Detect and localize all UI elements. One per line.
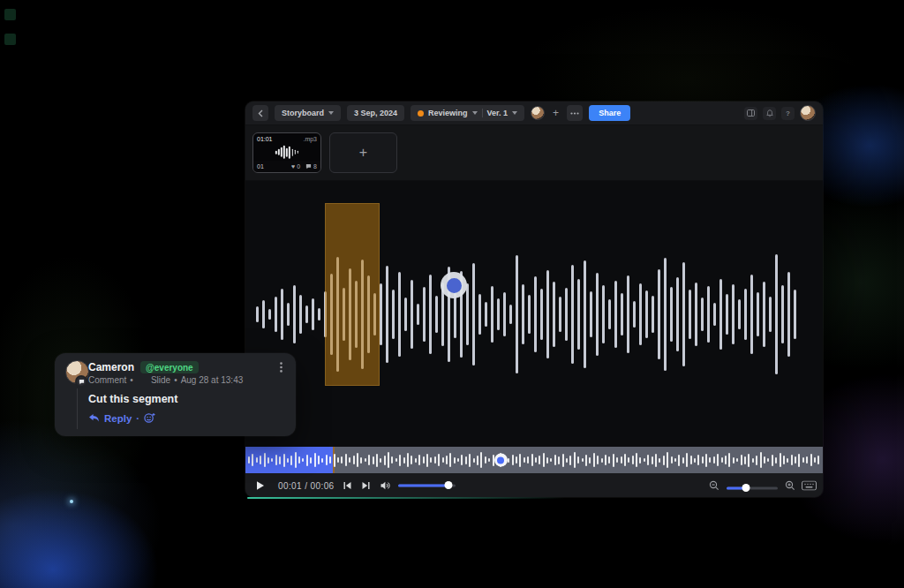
- play-icon: [256, 480, 265, 490]
- help-icon: ?: [786, 109, 790, 117]
- version-dropdown[interactable]: Ver. 1: [487, 109, 508, 117]
- playback-controls: 00:01 / 00:06: [245, 473, 823, 497]
- volume-slider[interactable]: [398, 484, 456, 486]
- panel-toggle-button[interactable]: [744, 107, 757, 120]
- date-button[interactable]: 3 Sep, 2024: [347, 105, 404, 121]
- clip-bottom-row: 01 ♥ 0 8: [253, 161, 320, 172]
- audio-clip-thumbnail[interactable]: 01:01 .mp3 01 ♥ 0: [252, 132, 321, 173]
- comment-menu-button[interactable]: [275, 361, 287, 373]
- storyboard-dropdown[interactable]: Storyboard: [275, 105, 341, 121]
- timeline-playhead[interactable]: [494, 454, 508, 467]
- clip-duration: 01:01: [257, 136, 273, 142]
- comment-kind: Comment: [88, 375, 126, 385]
- chevron-down-icon: [328, 111, 334, 115]
- screen: Storyboard 3 Sep, 2024 Reviewing Ver. 1 …: [0, 0, 904, 588]
- ellipsis-icon: [570, 112, 579, 115]
- clip-strip: 01:01 .mp3 01 ♥ 0: [245, 125, 823, 181]
- likes-stat: ♥ 0: [291, 163, 300, 170]
- comment-actions: Reply ·: [88, 412, 155, 424]
- zoom-out-button[interactable]: [709, 480, 719, 491]
- meta-separator: •: [130, 375, 133, 385]
- chevron-down-icon: [472, 111, 478, 115]
- add-reaction-icon[interactable]: [144, 412, 155, 424]
- date-label: 3 Sep, 2024: [354, 109, 397, 117]
- waveform-canvas[interactable]: [245, 181, 823, 447]
- status-dropdown[interactable]: Reviewing: [428, 109, 468, 117]
- clip-format: .mp3: [303, 136, 317, 142]
- comment-bubble-icon: [305, 163, 312, 170]
- divider: [482, 109, 483, 117]
- comment-timestamp: Aug 28 at 13:43: [181, 375, 244, 385]
- user-avatar[interactable]: [800, 105, 816, 121]
- review-app-window: Storyboard 3 Sep, 2024 Reviewing Ver. 1 …: [245, 102, 823, 497]
- reply-arrow-icon: [88, 413, 100, 423]
- comment-card[interactable]: Cameron @everyone Comment • Slide • Aug …: [55, 353, 296, 436]
- next-frame-button[interactable]: [362, 481, 370, 489]
- waveform-icon: [275, 146, 298, 159]
- notifications-button[interactable]: [763, 107, 776, 120]
- comment-author: Cameron: [88, 361, 134, 373]
- comments-count: 8: [313, 163, 317, 170]
- chevron-down-icon: [512, 111, 517, 115]
- kebab-icon: [280, 362, 282, 373]
- share-button[interactable]: Share: [589, 105, 630, 121]
- storyboard-label: Storyboard: [282, 109, 324, 117]
- bell-icon: [766, 109, 773, 117]
- comment-header: Cameron @everyone: [88, 361, 199, 373]
- plus-icon: +: [359, 145, 367, 161]
- panel-icon: [747, 109, 755, 117]
- comment-target: Slide: [151, 375, 170, 385]
- add-clip-button[interactable]: +: [329, 132, 397, 173]
- skip-back-icon: [343, 481, 351, 489]
- timeline-scrubber[interactable]: [245, 447, 823, 473]
- comments-stat: 8: [305, 163, 317, 170]
- zoom-out-icon: [709, 480, 719, 491]
- help-button[interactable]: ?: [781, 107, 795, 120]
- mention-badge[interactable]: @everyone: [140, 361, 199, 373]
- comment-meta: Comment • Slide • Aug 28 at 13:43: [88, 375, 243, 385]
- timeline-mini-bars: [248, 447, 819, 473]
- zoom-in-button[interactable]: [785, 480, 795, 491]
- chevron-left-icon: [258, 109, 264, 117]
- decorative-square: [4, 34, 16, 45]
- action-separator: ·: [136, 413, 139, 424]
- previous-frame-button[interactable]: [343, 481, 351, 489]
- more-options-button[interactable]: [567, 105, 583, 121]
- thread-line: [77, 388, 78, 429]
- waveform-playhead[interactable]: [441, 272, 467, 298]
- comment-text: Cut this segment: [88, 393, 177, 405]
- skip-forward-icon: [362, 481, 370, 489]
- zoom-in-icon: [785, 480, 795, 491]
- heart-icon: ♥: [291, 163, 295, 170]
- back-button[interactable]: [252, 105, 268, 121]
- collaborator-avatar[interactable]: [531, 106, 545, 120]
- speaker-icon: [380, 481, 391, 490]
- clip-stats: ♥ 0 8: [291, 163, 317, 170]
- toolbar-right: ?: [744, 105, 816, 121]
- time-display: 00:01 / 00:06: [278, 480, 335, 490]
- sparkle-dot: [70, 500, 73, 503]
- decorative-square: [4, 9, 16, 20]
- comment-bubble-icon: [79, 379, 85, 385]
- comment-segment-highlight[interactable]: [325, 203, 380, 386]
- keyboard-icon: [802, 480, 817, 490]
- comment-type-badge: [75, 375, 87, 388]
- toolbar: Storyboard 3 Sep, 2024 Reviewing Ver. 1 …: [245, 102, 823, 125]
- likes-count: 0: [297, 163, 300, 170]
- play-button[interactable]: [256, 480, 265, 490]
- volume-button[interactable]: [380, 481, 391, 490]
- status-dot: [418, 110, 424, 117]
- keyboard-shortcuts-button[interactable]: [802, 480, 817, 490]
- clip-top-row: 01:01 .mp3: [257, 136, 317, 142]
- reply-button[interactable]: Reply: [104, 413, 132, 424]
- zoom-slider[interactable]: [727, 486, 778, 489]
- clip-index: 01: [257, 163, 264, 170]
- add-collaborator-button[interactable]: +: [551, 107, 561, 119]
- status-version-group: Reviewing Ver. 1: [411, 105, 524, 121]
- meta-separator: •: [174, 375, 177, 385]
